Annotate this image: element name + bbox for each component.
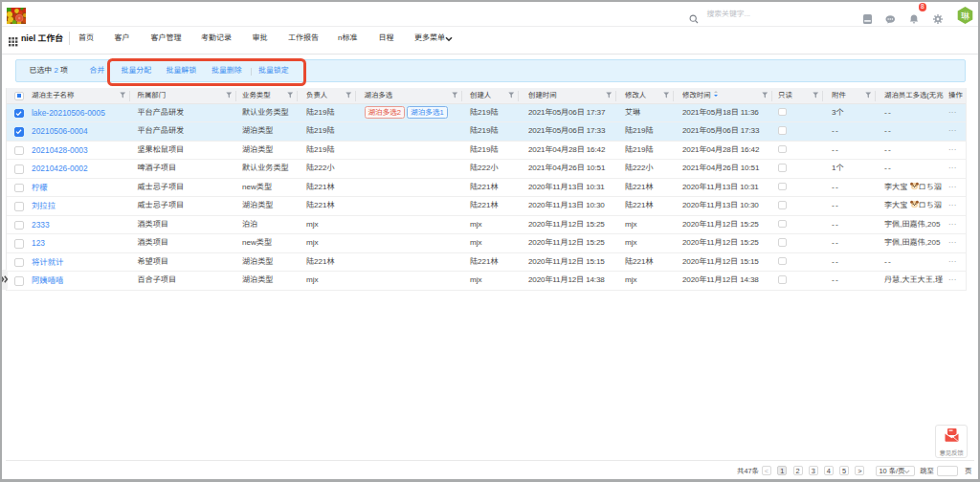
svg-text:琳: 琳 (960, 10, 969, 22)
